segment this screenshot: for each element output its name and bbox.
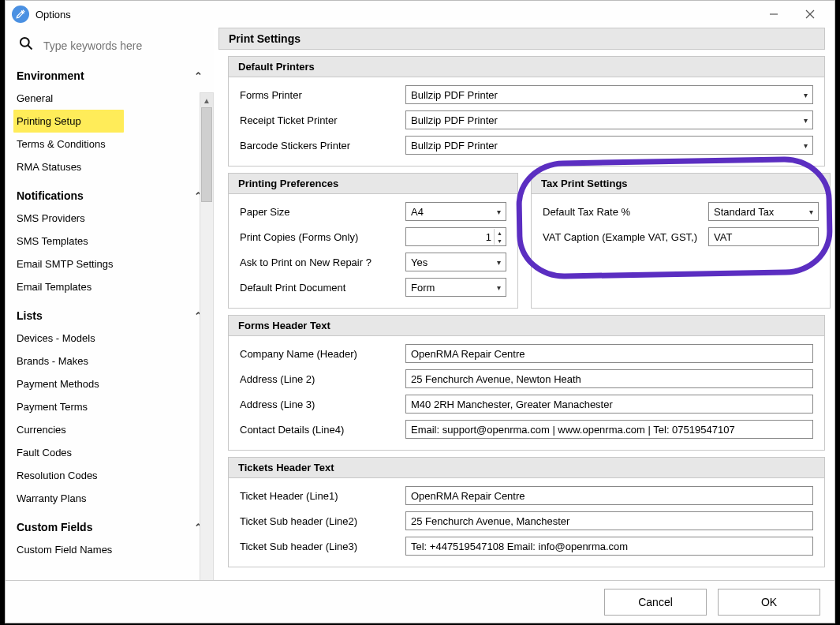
nav-item-brands[interactable]: Brands - Makes [13, 350, 206, 372]
search-row [13, 32, 214, 65]
sidebar-scrollbar[interactable]: ▲ ▼ [200, 92, 214, 605]
spin-down-icon[interactable]: ▼ [494, 237, 505, 245]
chevron-down-icon: ▾ [809, 208, 813, 216]
print-copies-stepper[interactable]: 1 ▲▼ [405, 227, 506, 246]
nav-item-payment-methods[interactable]: Payment Methods [13, 372, 206, 395]
chevron-down-icon: ▾ [804, 91, 808, 99]
default-doc-label: Default Print Document [240, 282, 405, 294]
barcode-printer-select[interactable]: Bullzip PDF Printer▾ [405, 136, 813, 155]
window-title: Options [35, 9, 71, 21]
panel-heading: Forms Header Text [229, 316, 824, 336]
ticket-sub3-input[interactable]: Tel: +447519547108 Email: info@openrma.c… [405, 537, 813, 556]
contact-details-label: Contact Details (Line4) [240, 424, 405, 436]
nav-item-email-smtp[interactable]: Email SMTP Settings [13, 253, 206, 275]
scroll-up-arrow-icon[interactable]: ▲ [200, 93, 213, 107]
nav-item-fault-codes[interactable]: Fault Codes [13, 441, 206, 464]
vat-caption-label: VAT Caption (Example VAT, GST,) [543, 231, 708, 243]
ticket-sub2-label: Ticket Sub header (Line2) [240, 515, 405, 527]
default-printers-panel: Default Printers Forms Printer Bullzip P… [228, 56, 825, 167]
default-tax-rate-label: Default Tax Rate % [543, 206, 708, 218]
forms-printer-label: Forms Printer [240, 89, 405, 101]
ticket-header-input[interactable]: OpenRMA Repair Centre [405, 486, 813, 505]
search-icon [18, 36, 34, 55]
nav-item-general[interactable]: General [13, 87, 206, 110]
paper-size-label: Paper Size [240, 206, 405, 218]
ok-button[interactable]: OK [718, 589, 820, 616]
address-line3-input[interactable]: M40 2RH Manchester, Greater Manachester [405, 395, 813, 414]
search-input[interactable] [42, 39, 184, 53]
chevron-down-icon: ▾ [497, 258, 501, 267]
nav-item-currencies[interactable]: Currencies [13, 418, 206, 441]
close-button[interactable] [792, 2, 828, 27]
receipt-printer-select[interactable]: Bullzip PDF Printer▾ [405, 110, 813, 129]
paper-size-select[interactable]: A4▾ [405, 202, 506, 221]
chevron-down-icon: ▾ [497, 283, 501, 292]
forms-printer-select[interactable]: Bullzip PDF Printer▾ [405, 85, 813, 104]
titlebar: Options [6, 1, 834, 28]
company-name-label: Company Name (Header) [240, 348, 405, 360]
nav-item-warranty-plans[interactable]: Warranty Plans [13, 487, 206, 510]
nav-item-custom-field-names[interactable]: Custom Field Names [13, 538, 206, 561]
nav-item-sms-templates[interactable]: SMS Templates [13, 230, 206, 253]
nav-group-environment[interactable]: Environment ⌃ [13, 65, 206, 87]
chevron-down-icon: ▾ [804, 141, 808, 150]
chevron-down-icon: ▾ [497, 208, 501, 216]
footer: Cancel OK [6, 580, 834, 623]
nav-item-printing-setup[interactable]: Printing Setup [13, 110, 124, 133]
contact-details-input[interactable]: Email: support@openrma.com | www.openrma… [405, 420, 813, 439]
nav-group-notifications[interactable]: Notifications ⌃ [13, 185, 206, 207]
svg-line-4 [28, 46, 32, 50]
nav-group-label: Environment [17, 69, 84, 82]
address-line3-label: Address (Line 3) [240, 399, 405, 410]
svg-point-3 [21, 38, 29, 47]
ask-print-select[interactable]: Yes▾ [405, 253, 506, 271]
nav-item-resolution-codes[interactable]: Resolution Codes [13, 464, 206, 487]
spin-up-icon[interactable]: ▲ [494, 229, 505, 237]
tickets-header-panel: Tickets Header Text Ticket Header (Line1… [228, 457, 825, 567]
nav-group-label: Custom Fields [17, 521, 92, 533]
chevron-up-icon: ⌃ [194, 70, 203, 82]
panel-heading: Printing Preferences [229, 174, 517, 194]
options-icon [12, 6, 29, 23]
address-line2-label: Address (Line 2) [240, 373, 405, 385]
minimize-button[interactable] [756, 2, 792, 27]
tax-print-settings-panel: Tax Print Settings Default Tax Rate % St… [531, 173, 831, 309]
panel-heading: Default Printers [229, 57, 824, 77]
page-title: Print Settings [218, 28, 825, 50]
content-area: Print Settings Default Printers Forms Pr… [214, 28, 834, 580]
barcode-printer-label: Barcode Stickers Printer [240, 140, 405, 152]
nav-item-devices[interactable]: Devices - Models [13, 327, 206, 350]
nav-item-terms[interactable]: Terms & Conditions [13, 133, 206, 155]
vat-caption-input[interactable]: VAT [708, 227, 819, 246]
ticket-sub3-label: Ticket Sub header (Line3) [240, 541, 405, 552]
nav-group-label: Lists [17, 309, 43, 322]
panel-heading: Tickets Header Text [229, 458, 824, 478]
nav-item-sms-providers[interactable]: SMS Providers [13, 207, 206, 230]
nav-group-custom-fields[interactable]: Custom Fields ⌃ [13, 516, 206, 538]
sidebar: Environment ⌃ General Printing Setup Ter… [6, 28, 214, 580]
nav-item-rma-statuses[interactable]: RMA Statuses [13, 155, 206, 178]
default-doc-select[interactable]: Form▾ [405, 278, 506, 297]
nav-tree: Environment ⌃ General Printing Setup Ter… [13, 65, 206, 578]
nav-group-label: Notifications [17, 189, 84, 202]
nav-item-email-templates[interactable]: Email Templates [13, 275, 206, 298]
ticket-sub2-input[interactable]: 25 Fenchurch Avenue, Manchester [405, 511, 813, 530]
ticket-header-label: Ticket Header (Line1) [240, 490, 405, 502]
company-name-input[interactable]: OpenRMA Repair Centre [405, 344, 813, 363]
forms-header-panel: Forms Header Text Company Name (Header) … [228, 315, 825, 451]
default-tax-rate-select[interactable]: Standard Tax▾ [708, 202, 819, 221]
receipt-printer-label: Receipt Ticket Printer [240, 114, 405, 126]
print-copies-label: Print Copies (Forms Only) [240, 231, 405, 243]
printing-preferences-panel: Printing Preferences Paper Size A4▾ Prin… [228, 173, 518, 309]
chevron-down-icon: ▾ [804, 116, 808, 125]
ask-print-label: Ask to Print on New Repair ? [240, 256, 405, 268]
nav-group-lists[interactable]: Lists ⌃ [13, 305, 206, 327]
panel-heading: Tax Print Settings [532, 174, 830, 194]
address-line2-input[interactable]: 25 Fenchurch Avenue, Newton Heath [405, 369, 813, 388]
nav-item-payment-terms[interactable]: Payment Terms [13, 395, 206, 418]
cancel-button[interactable]: Cancel [604, 589, 707, 616]
scrollbar-thumb[interactable] [201, 107, 212, 202]
